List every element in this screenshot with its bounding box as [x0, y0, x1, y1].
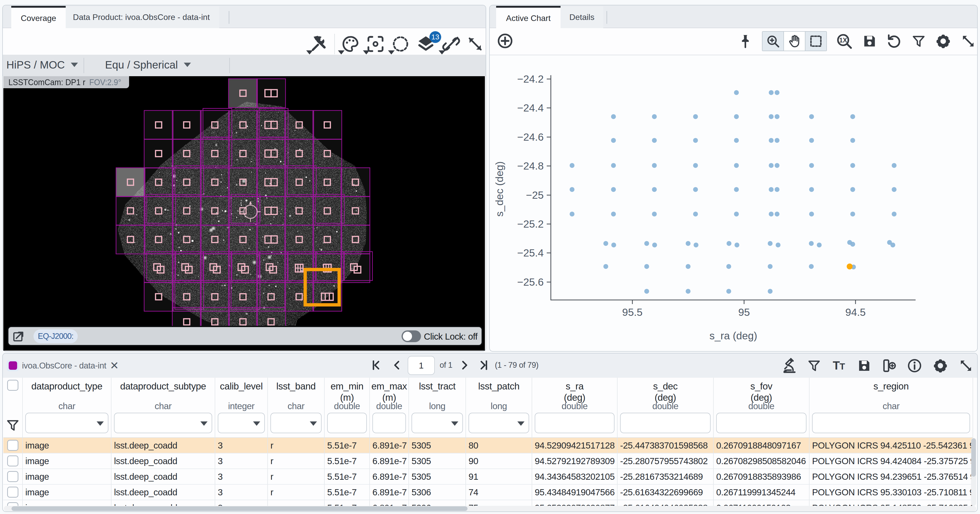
svg-text:−25.4: −25.4	[517, 247, 544, 259]
svg-text:−24.4: −24.4	[517, 102, 544, 114]
svg-text:−25.6: −25.6	[517, 276, 544, 288]
svg-text:1X: 1X	[839, 37, 847, 44]
svg-text:95.5: 95.5	[622, 306, 643, 318]
svg-text:95: 95	[738, 306, 750, 318]
svg-text:−25: −25	[526, 189, 544, 201]
svg-text:T: T	[840, 361, 845, 371]
svg-text:T: T	[833, 359, 840, 372]
svg-text:s_dec (deg): s_dec (deg)	[493, 161, 505, 217]
svg-text:−24.6: −24.6	[517, 131, 544, 143]
svg-text:−25.2: −25.2	[517, 218, 544, 230]
svg-text:94.5: 94.5	[845, 306, 866, 318]
svg-text:−24.8: −24.8	[517, 160, 544, 172]
svg-text:−24.2: −24.2	[517, 73, 544, 85]
svg-text:s_ra (deg): s_ra (deg)	[710, 330, 757, 342]
